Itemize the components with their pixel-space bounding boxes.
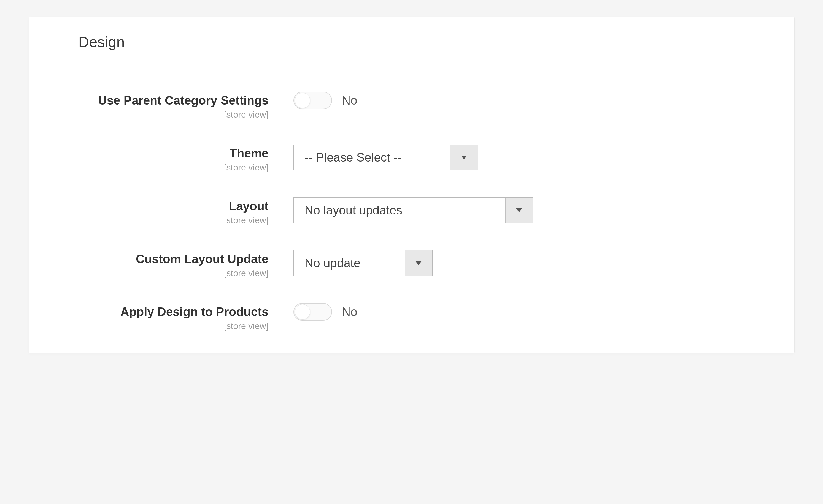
field-use-parent: Use Parent Category Settings [store view…: [78, 92, 745, 120]
theme-scope: [store view]: [78, 163, 269, 173]
panel-title: Design: [78, 33, 745, 50]
field-layout: Layout [store view] No layout updates: [78, 197, 745, 225]
theme-select[interactable]: -- Please Select --: [294, 145, 478, 170]
layout-select[interactable]: No layout updates: [294, 197, 533, 223]
chevron-down-icon: [450, 145, 478, 170]
custom-layout-label: Custom Layout Update: [78, 251, 269, 266]
custom-layout-scope: [store view]: [78, 268, 269, 278]
label-col: Apply Design to Products [store view]: [78, 303, 294, 331]
custom-layout-select-value: No update: [294, 250, 405, 276]
toggle-knob: [295, 93, 310, 108]
chevron-down-icon: [505, 198, 533, 223]
layout-scope: [store view]: [78, 215, 269, 225]
use-parent-value: No: [342, 93, 357, 107]
apply-design-label: Apply Design to Products: [78, 304, 269, 319]
layout-select-value: No layout updates: [294, 198, 505, 223]
apply-design-toggle[interactable]: [294, 303, 332, 321]
label-col: Use Parent Category Settings [store view…: [78, 92, 294, 120]
custom-layout-select[interactable]: No update: [294, 250, 433, 276]
field-custom-layout: Custom Layout Update [store view] No upd…: [78, 250, 745, 278]
apply-design-scope: [store view]: [78, 321, 269, 331]
label-col: Theme [store view]: [78, 145, 294, 173]
design-panel: Design Use Parent Category Settings [sto…: [29, 16, 795, 353]
toggle-knob: [295, 304, 310, 319]
use-parent-label: Use Parent Category Settings: [78, 93, 269, 108]
field-apply-design: Apply Design to Products [store view] No: [78, 303, 745, 331]
label-col: Custom Layout Update [store view]: [78, 250, 294, 278]
theme-label: Theme: [78, 146, 269, 161]
theme-select-value: -- Please Select --: [294, 145, 450, 170]
label-col: Layout [store view]: [78, 197, 294, 225]
layout-label: Layout: [78, 199, 269, 214]
apply-design-value: No: [342, 305, 357, 319]
use-parent-scope: [store view]: [78, 109, 269, 120]
field-theme: Theme [store view] -- Please Select --: [78, 145, 745, 173]
chevron-down-icon: [405, 250, 432, 276]
use-parent-toggle[interactable]: [294, 92, 332, 109]
